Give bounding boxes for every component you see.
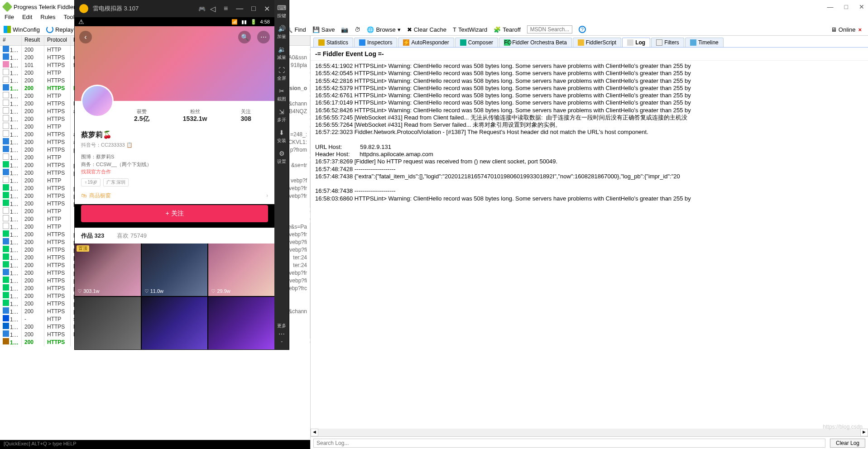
script-icon [578,39,584,46]
video-thumb-6[interactable] [208,297,274,349]
tab-works[interactable]: 作品 323 [75,228,110,244]
stat-fans[interactable]: 粉丝1532.1w [183,108,207,123]
stat-likes[interactable]: 获赞2.5亿 [134,108,149,123]
tag-age: ♀19岁 [81,178,101,186]
emu-maximize-button[interactable]: □ [251,5,256,13]
tearoff-button[interactable]: 🧩 Tearoff [494,26,521,33]
battery-icon: 🔋 [250,19,257,25]
emu-menu-button[interactable]: ≡ [224,5,228,13]
timeline-icon [690,39,696,46]
tab-fiddlerscript[interactable]: FiddlerScript [573,38,621,47]
emu-minimize-button[interactable]: — [236,5,243,13]
scroll-left-button[interactable]: ◄ [311,429,318,436]
emu-back-button[interactable]: ◁ [210,5,216,13]
emu-side-设置[interactable]: ⚙设置 [277,149,286,165]
back-button[interactable]: ‹ [79,31,92,43]
tab-timeline[interactable]: Timeline [685,38,724,47]
inspector-tabs: Statistics Inspectors ⚡AutoResponder Com… [311,36,868,48]
tab-log[interactable]: Log [622,38,650,47]
help-icon[interactable]: ? [579,26,586,33]
emu-side-more[interactable]: 更多⋯⌄ [277,323,286,346]
profile-tabs: 作品 323 喜欢 75749 [75,228,274,244]
emulator-logo-icon [79,4,88,13]
wifi-icon: 📶 [231,19,238,25]
emu-side-多开[interactable]: ⇲多开 [277,108,286,123]
emu-side-全屏[interactable]: ⛶全屏 [277,66,286,81]
coop-link[interactable]: 找我官方合作 [81,168,268,176]
gamepad-icon[interactable]: 🎮 [198,5,206,12]
tab-statistics[interactable]: Statistics [313,38,353,47]
col-result[interactable]: Result [22,36,44,45]
timer-button[interactable]: ⏱ [355,26,360,33]
emulator-titlebar[interactable]: 雷电模拟器 3.107 🎮 ◁ ≡ — □ ✕ [75,0,274,17]
video-grid: 置顶♡ 303.1w ♡ 11.0w ♡ 29.9w [75,244,274,350]
emu-close-button[interactable]: ✕ [264,5,270,13]
shop-row[interactable]: 🛍 商品橱窗 › [81,192,268,204]
menu-rules[interactable]: Rules [40,14,55,24]
search-log-input[interactable] [313,439,825,448]
search-button[interactable]: 🔍 [238,31,251,43]
more-button[interactable]: ⋯ [257,31,270,43]
stat-follow[interactable]: 关注308 [241,108,251,123]
screenshot-button[interactable]: 📷 [341,26,348,33]
video-thumb-2[interactable]: ♡ 11.0w [142,244,208,296]
video-thumb-4[interactable] [75,297,141,349]
browse-button[interactable]: 🌐 Browse ▾ [367,26,400,33]
video-thumb-5[interactable] [142,297,208,349]
right-panel: Statistics Inspectors ⚡AutoResponder Com… [311,36,868,449]
log-panel: -= Fiddler Event Log =- 16:55:41:1902 HT… [311,48,868,449]
session-type-icon [3,338,9,344]
session-type-icon [3,230,9,237]
toolbar-close-button[interactable]: × [858,26,862,33]
session-type-icon [3,69,9,75]
col-protocol[interactable]: Protocol [44,36,71,45]
tab-orchestra[interactable]: FOFiddler Orchestra Beta [499,38,572,47]
msdn-search-input[interactable] [527,25,572,33]
log-content[interactable]: 16:55:41:1902 HTTPSLint> Warning: Client… [311,61,868,429]
signal-icon: ▮▮ [241,19,247,25]
tab-inspectors[interactable]: Inspectors [354,38,397,47]
session-type-icon [3,277,9,283]
video-thumb-3[interactable]: ♡ 29.9w [208,244,274,296]
log-scrollbar[interactable]: ◄ ► [311,429,868,436]
likes-2: ♡ 11.0w [144,288,163,294]
emu-side-减量[interactable]: 🔉减量 [277,45,286,61]
online-indicator[interactable]: 🖥 Online [831,26,855,33]
emu-side-安装[interactable]: ⬇安装 [277,129,286,144]
session-type-icon [3,153,9,160]
minimize-button[interactable]: — [827,3,834,10]
session-type-icon [3,107,9,114]
fiddler-title: Progress Telerik Fiddler W [14,4,82,10]
emu-side-按键[interactable]: ⌨按键 [277,4,286,19]
follow-button[interactable]: + 关注 [81,205,268,222]
save-button[interactable]: 💾 Save [312,26,335,33]
close-button[interactable]: ✕ [859,3,864,10]
cherries-icon: 🍒 [103,131,112,139]
tab-composer[interactable]: Composer [455,38,498,47]
session-type-icon [3,130,9,137]
video-thumb-1[interactable]: 置顶♡ 303.1w [75,244,141,296]
maximize-button[interactable]: □ [844,3,848,10]
quickexec[interactable]: [QuickExec] ALT+Q > type HELP [0,440,310,449]
session-type-icon [3,300,9,306]
tab-filters[interactable]: Filters [651,38,684,47]
col-id[interactable]: # [0,36,22,45]
stats-icon [318,39,325,46]
winconfig-button[interactable]: WinConfig [4,26,40,33]
emu-side-加量[interactable]: 🔊加量 [277,24,286,40]
more-icon: ⋯ [278,330,286,338]
tab-user-likes[interactable]: 喜欢 75749 [110,228,153,244]
clear-log-button[interactable]: Clear Log [830,439,865,448]
menu-file[interactable]: File [5,14,14,24]
avatar[interactable] [81,85,114,117]
menu-edit[interactable]: Edit [22,14,32,24]
profile-name: 蔡萝莉🍒 [81,130,268,140]
orchestra-icon: FO [504,39,510,46]
clear-cache-button[interactable]: ✖ Clear Cache [407,26,446,33]
chevron-right-icon: › [266,192,268,199]
tab-autoresponder[interactable]: ⚡AutoResponder [398,38,454,47]
replay-button[interactable]: Replay [46,26,73,33]
textwizard-button[interactable]: T TextWizard [453,26,487,33]
emu-side-截图[interactable]: ✂截图 [277,87,286,102]
device-screen: ⚠ 📶 ▮▮ 🔋 4:58 ‹ 🔍 ⋯ 获赞2.5亿 [75,17,274,349]
